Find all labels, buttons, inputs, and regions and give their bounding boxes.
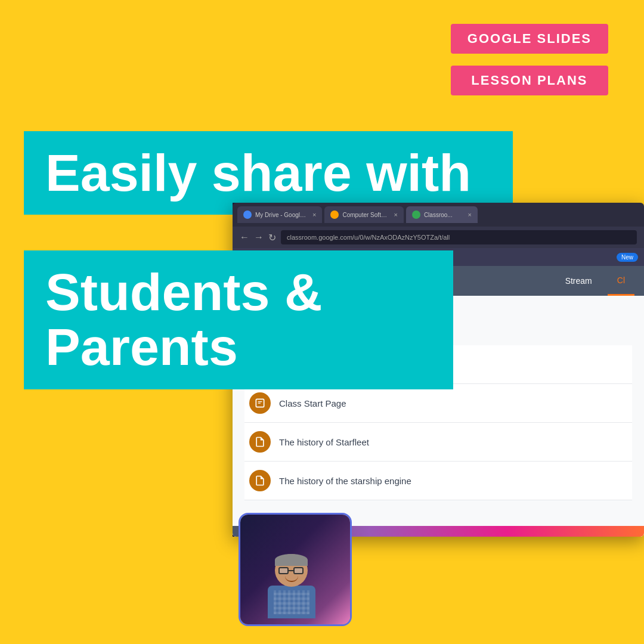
url-bar[interactable]: classroom.google.com/u/0/w/NzAxODAzNzY5O… — [281, 230, 637, 244]
headline-text-1: Easily share with — [45, 143, 471, 202]
person-head-wrapper — [275, 554, 315, 618]
refresh-button[interactable]: ↻ — [268, 232, 276, 243]
classroom-tab-icon — [412, 210, 420, 219]
classwork-tab[interactable]: Cl — [608, 266, 634, 296]
headline-banner-2: Students & Parents — [24, 250, 453, 389]
person-silhouette — [275, 554, 315, 618]
assignment-item-4[interactable]: The history of the starship engine — [244, 462, 632, 500]
lesson-plans-tag: LESSON PLANS — [451, 66, 608, 95]
assignment-title-3: The history of Starfleet — [279, 437, 369, 447]
browser-tab-software[interactable]: Computer Software - 4th 9 Week × — [324, 206, 403, 223]
video-person — [240, 515, 350, 624]
person-hair — [275, 554, 308, 566]
person-head — [275, 554, 308, 587]
assignment-title-4: The history of the starship engine — [279, 476, 411, 486]
assignment-icon-2 — [249, 392, 271, 414]
tags-container: GOOGLE SLIDES LESSON PLANS — [451, 24, 608, 95]
assignment-icon-4 — [249, 470, 271, 491]
assignment-icon-3 — [249, 431, 271, 453]
software-tab-close[interactable]: × — [394, 211, 397, 218]
document-icon-3 — [254, 436, 266, 448]
stream-tab[interactable]: Stream — [556, 266, 602, 296]
assignment-title-2: Class Start Page — [279, 398, 346, 408]
headline-text-2: Students & Parents — [45, 262, 322, 376]
glasses-bridge — [289, 570, 293, 571]
drive-tab-icon — [243, 210, 252, 219]
glasses-left — [278, 567, 289, 574]
assignment-item-2[interactable]: Class Start Page — [244, 384, 632, 423]
classroom-tab-close[interactable]: × — [467, 211, 471, 218]
new-badge: New — [617, 253, 638, 262]
slides-icon-2 — [254, 397, 266, 409]
browser-tabs-bar: My Drive - Google Drive × Computer Softw… — [233, 203, 644, 227]
software-tab-icon — [330, 210, 339, 219]
drive-tab-label: My Drive - Google Drive — [255, 212, 309, 218]
video-overlay — [239, 513, 352, 626]
software-tab-label: Computer Software - 4th 9 Week — [342, 212, 390, 218]
document-icon-4 — [254, 475, 266, 487]
assignment-item-3[interactable]: The history of Starfleet — [244, 423, 632, 462]
back-button[interactable]: ← — [240, 232, 249, 243]
shirt-pattern — [274, 590, 309, 614]
browser-tab-drive[interactable]: My Drive - Google Drive × — [237, 206, 322, 223]
person-body — [268, 586, 315, 618]
person-smile — [285, 576, 298, 582]
person-glasses — [278, 567, 304, 575]
address-bar: ← → ↻ classroom.google.com/u/0/w/NzAxODA… — [233, 227, 644, 248]
browser-tab-classroom[interactable]: Classroo... × — [406, 206, 478, 223]
classroom-tab-label: Classroo... — [424, 212, 453, 218]
forward-button[interactable]: → — [254, 232, 264, 243]
glasses-right — [293, 567, 304, 574]
google-slides-tag: GOOGLE SLIDES — [451, 24, 608, 54]
drive-tab-close[interactable]: × — [312, 211, 316, 218]
